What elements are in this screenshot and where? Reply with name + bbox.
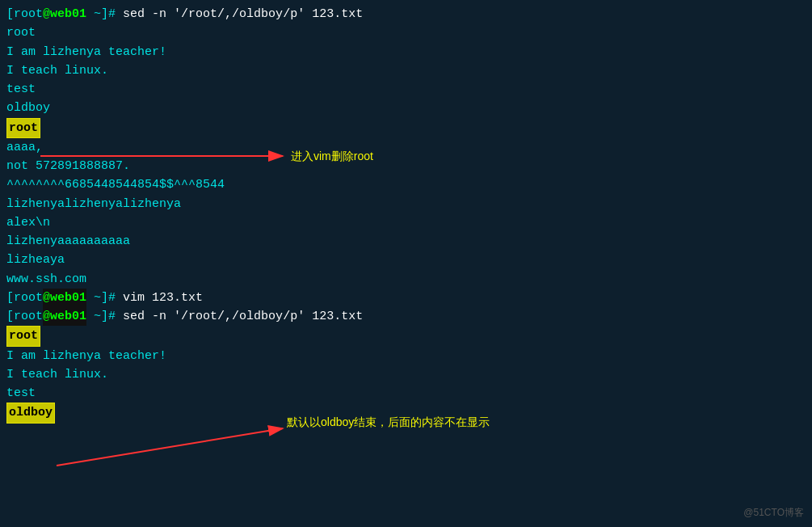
- output-line-15: I teach linux.: [6, 365, 806, 384]
- output-line-4: test: [6, 80, 806, 99]
- highlighted-root-1: root: [6, 118, 40, 138]
- output-line-11: lizhenyaaaaaaaaaa: [6, 232, 806, 251]
- prompt-tilde: ~: [86, 5, 101, 23]
- highlighted-root-2: root: [6, 326, 40, 346]
- output-line-3: I teach linux.: [6, 61, 806, 80]
- watermark: @51CTO博客: [743, 505, 804, 521]
- output-line-13: www.ssh.com: [6, 270, 806, 289]
- command-line-vim: [root@web01 ~]# vim 123.txt: [6, 289, 806, 307]
- output-line-root-highlight: root: [6, 118, 806, 138]
- cmd-1: sed -n '/root/,/oldboy/p' 123.txt: [123, 5, 363, 23]
- output-line-2: I am lizhenya teacher!: [6, 43, 806, 61]
- svg-line-2: [57, 428, 283, 466]
- highlighted-oldboy: oldboy: [6, 403, 55, 423]
- output-line-oldboy-highlight: oldboy: [6, 403, 806, 423]
- output-line-6: aaaa,: [6, 138, 806, 157]
- prompt-root: root: [14, 5, 43, 23]
- output-line-16: test: [6, 384, 806, 403]
- output-line-root1: root: [6, 23, 806, 42]
- output-line-8: ^^^^^^^^6685448544854$$^^^8544: [6, 175, 806, 194]
- terminal: [root@web01 ~]# sed -n '/root/,/oldboy/p…: [0, 0, 812, 527]
- output-line-root-highlight-2: root: [6, 326, 806, 346]
- output-line-5: oldboy: [6, 99, 806, 117]
- prompt-at: @web01: [43, 5, 86, 23]
- output-line-14: I am lizhenya teacher!: [6, 347, 806, 365]
- cmd-sed2: sed -n '/root/,/oldboy/p' 123.txt: [123, 307, 363, 326]
- output-line-9: lizhenyalizhenyalizhenya: [6, 195, 806, 213]
- command-line-sed2: [root@web01 ~]# sed -n '/root/,/oldboy/p…: [6, 307, 806, 326]
- prompt-bracket: [: [6, 5, 14, 23]
- output-line-12: lizheaya: [6, 251, 806, 269]
- command-line-1: [root@web01 ~]# sed -n '/root/,/oldboy/p…: [6, 5, 806, 23]
- cmd-vim: vim 123.txt: [123, 289, 203, 307]
- output-line-10: alex\n: [6, 213, 806, 232]
- output-line-7: not 572891888887.: [6, 157, 806, 175]
